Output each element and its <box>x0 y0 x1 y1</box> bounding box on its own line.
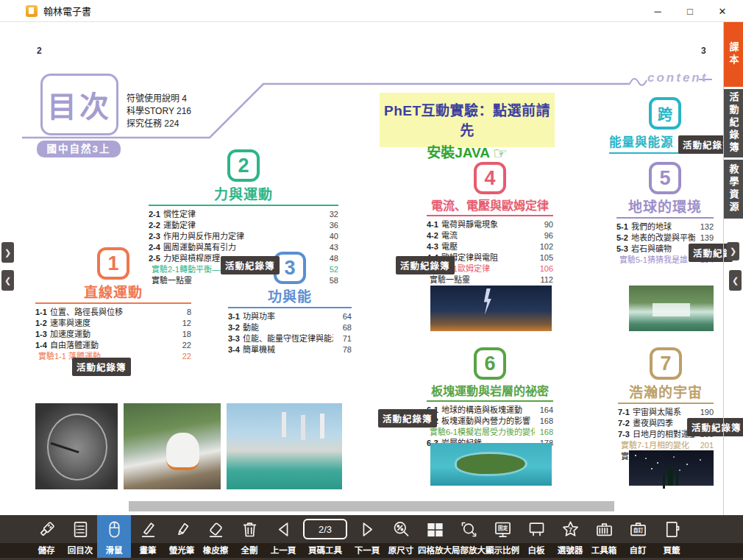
island-aerial-photo <box>430 443 552 486</box>
toc-item[interactable]: 2-1慣性定律32 <box>149 209 338 220</box>
tool-star-number[interactable]: 7選號器 <box>553 515 587 558</box>
toc-item[interactable]: 1-4自由落體運動22 <box>35 340 191 351</box>
toc-item[interactable]: 4-2電流96 <box>427 230 553 241</box>
monitor-fixed-icon: 固定 <box>493 515 513 543</box>
edge-prev-button-left[interactable]: ❮ <box>1 270 14 291</box>
chapter-6-title[interactable]: 板塊運動與岩層的祕密 <box>427 381 553 399</box>
activity-badge-ch4[interactable]: 活動紀錄簿 <box>396 256 455 274</box>
activity-badge-ch2[interactable]: 活動紀錄簿 <box>221 256 280 274</box>
chapter-title-rule <box>427 215 553 216</box>
chapter-7-title[interactable]: 浩瀚的宇宙 <box>618 381 714 401</box>
activity-badge-ch1[interactable]: 活動紀錄簿 <box>72 358 131 376</box>
horizontal-scrollbar[interactable] <box>129 501 614 511</box>
toc-item[interactable]: 3-2動能68 <box>228 322 352 333</box>
chapter-6-icon[interactable]: 6 <box>474 347 506 380</box>
cross-section-title[interactable]: 能量與能源 <box>609 132 674 150</box>
tool-toc-list[interactable]: 回目次 <box>63 515 97 558</box>
power-plant-photo <box>227 403 342 489</box>
page-indicator-icon: 2/3 <box>303 515 347 543</box>
tool-highlighter[interactable]: 螢光筆 <box>165 515 199 558</box>
activity-badge-ch7[interactable]: 活動紀錄簿 <box>687 418 743 436</box>
tool-toolbox[interactable]: 工具箱 <box>587 515 621 558</box>
tool-bookmark-book[interactable]: 頁籤 <box>655 515 689 558</box>
chapter-7-icon[interactable]: 7 <box>650 347 682 380</box>
chapter-4-icon[interactable]: 4 <box>474 162 506 194</box>
tool-prev-triangle[interactable]: 上一頁 <box>266 515 300 558</box>
trash-icon <box>240 515 260 543</box>
tab-activity-book[interactable]: 活動紀錄簿 <box>724 89 743 157</box>
tool-trash[interactable]: 全刪 <box>232 515 266 558</box>
chapter-toc-list: 6-1地球的構造與板塊運動1646-2板塊運動與內營力的影響168實驗6-1模擬… <box>427 405 553 449</box>
toc-item[interactable]: 3-3位能、能量守恆定律與能源71 <box>228 333 352 344</box>
chapter-1-icon[interactable]: 1 <box>97 247 129 280</box>
chapter-toc-list: 1-1位置、路徑長與位移81-2速率與速度121-3加速度運動181-4自由落體… <box>35 307 191 362</box>
tool-eraser[interactable]: 橡皮擦 <box>199 515 232 558</box>
chapter-7-block: 7浩瀚的宇宙7-1宇宙與太陽系1907-2晝夜與四季1967-3日地月的相對運動… <box>618 347 714 462</box>
badge-expand-arrow-icon[interactable]: ❯ <box>727 242 739 260</box>
chapter-3-title[interactable]: 功與能 <box>228 286 352 305</box>
maximize-button[interactable]: □ <box>674 6 706 17</box>
toc-item[interactable]: 1-2速率與速度12 <box>35 318 191 329</box>
chapter-4-title[interactable]: 電流、電壓與歐姆定律 <box>427 196 553 213</box>
tool-zoom-percent[interactable]: 原尺寸 <box>384 515 418 558</box>
right-page-number: 3 <box>701 46 706 56</box>
star-number-icon: 7 <box>561 515 580 543</box>
toc-item[interactable]: 6-1地球的構造與板塊運動164 <box>427 405 553 416</box>
minimize-button[interactable]: ─ <box>641 6 674 17</box>
tool-zoom-area[interactable]: 局部放大 <box>452 515 486 558</box>
next-triangle-icon <box>358 515 377 543</box>
cross-section-icon[interactable]: 跨 <box>649 97 681 130</box>
edge-prev-button-right[interactable]: ❮ <box>729 270 742 291</box>
toc-item[interactable]: 1-1位置、路徑長與位移8 <box>35 307 191 318</box>
tool-label: 上一頁 <box>271 543 296 558</box>
tab-textbook[interactable]: 課本 <box>724 22 743 87</box>
toc-item[interactable]: 6-2板塊運動與內營力的影響168 <box>427 416 553 427</box>
tool-mouse[interactable]: 滑鼠 <box>97 515 131 558</box>
tool-page-indicator[interactable]: 2/3頁碼工具 <box>300 515 350 558</box>
toc-item[interactable]: 7-1宇宙與太陽系190 <box>618 407 714 418</box>
tool-monitor-fixed[interactable]: 固定顯示比例 <box>486 515 519 558</box>
toc-item[interactable]: 3-4簡單機械78 <box>228 344 352 355</box>
toc-item[interactable]: 4-3電壓102 <box>427 241 553 252</box>
tool-pen[interactable]: 畫筆 <box>131 515 165 558</box>
front-matter-item[interactable]: 科學STORY 216 <box>127 105 191 118</box>
tool-label: 原尺寸 <box>388 543 414 558</box>
tool-whiteboard[interactable]: 白板 <box>519 515 553 558</box>
install-java-link[interactable]: 安裝JAVA <box>427 145 490 160</box>
chapter-title-rule <box>616 217 714 219</box>
pen-icon <box>138 515 158 543</box>
toc-item[interactable]: 2-3作用力與反作用力定律40 <box>149 231 338 242</box>
highlighter-icon <box>172 515 192 543</box>
chapter-toc-list: 4-1電荷與靜電現象904-2電流964-3電壓1024-4歐姆定律與電阻105… <box>427 219 553 286</box>
toc-item[interactable]: 實驗一點靈112 <box>427 274 553 286</box>
tool-grid-4[interactable]: 四格放大 <box>418 515 452 558</box>
tool-custom-box[interactable]: 自訂自訂 <box>621 515 655 558</box>
toc-item[interactable]: 2-2運動定律36 <box>149 220 338 231</box>
toc-item[interactable]: 5-2地表的改變與平衡139 <box>616 233 714 244</box>
tool-label: 儲存 <box>38 543 55 558</box>
toc-item[interactable]: 實驗6-1模擬岩層受力後的變化情形168 <box>427 427 553 438</box>
toc-item[interactable]: 實驗7-1月相的變化201 <box>618 440 714 451</box>
tool-usb-drive[interactable]: 儲存 <box>29 515 63 558</box>
tool-label: 畫筆 <box>140 543 157 558</box>
activity-badge-ch5[interactable]: 活動紀錄簿 <box>689 244 733 262</box>
close-button[interactable]: ✕ <box>706 6 739 17</box>
toc-item[interactable]: 3-1功與功率64 <box>228 311 352 322</box>
front-matter-list: 符號使用說明 4 科學STORY 216 探究任務 224 <box>127 93 191 130</box>
toc-item[interactable]: 5-1我們的地球132 <box>616 221 714 233</box>
edge-next-button-left[interactable]: ❯ <box>1 242 14 263</box>
tool-next-triangle[interactable]: 下一頁 <box>350 515 384 558</box>
chapter-5-title[interactable]: 地球的環境 <box>616 196 714 216</box>
toc-item[interactable]: 1-3加速度運動18 <box>35 329 191 340</box>
chapter-2-icon[interactable]: 2 <box>227 149 260 182</box>
tool-label: 自訂 <box>630 543 647 558</box>
activity-badge-ch6[interactable]: 活動紀錄簿 <box>378 409 437 428</box>
front-matter-item[interactable]: 符號使用說明 4 <box>127 93 191 105</box>
toc-item[interactable]: 4-1電荷與靜電現象90 <box>427 219 553 230</box>
tab-teaching-resources[interactable]: 教學資源 <box>724 160 743 219</box>
chapter-2-title[interactable]: 力與運動 <box>149 183 338 203</box>
tool-label: 全刪 <box>241 543 258 558</box>
front-matter-item[interactable]: 探究任務 224 <box>127 118 191 130</box>
chapter-5-icon[interactable]: 5 <box>649 162 681 194</box>
title-bar: 翰林電子書 ─ □ ✕ <box>0 0 743 22</box>
